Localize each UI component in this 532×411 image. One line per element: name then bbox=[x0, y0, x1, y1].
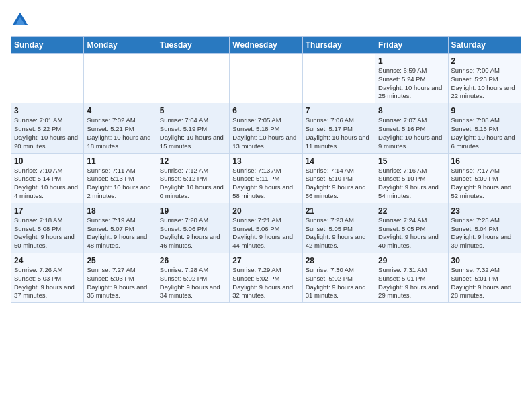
calendar-cell: 26Sunrise: 7:28 AM Sunset: 5:02 PM Dayli… bbox=[157, 253, 229, 303]
week-row-3: 10Sunrise: 7:10 AM Sunset: 5:14 PM Dayli… bbox=[11, 153, 521, 203]
calendar-cell: 15Sunrise: 7:16 AM Sunset: 5:10 PM Dayli… bbox=[375, 153, 448, 203]
day-number: 8 bbox=[378, 106, 445, 116]
logo bbox=[11, 11, 32, 30]
calendar-cell: 22Sunrise: 7:24 AM Sunset: 5:05 PM Dayli… bbox=[375, 203, 448, 253]
col-header-thursday: Thursday bbox=[302, 37, 375, 54]
day-number: 19 bbox=[160, 206, 226, 216]
day-info: Sunrise: 7:19 AM Sunset: 5:07 PM Dayligh… bbox=[87, 216, 153, 250]
day-info: Sunrise: 7:31 AM Sunset: 5:01 PM Dayligh… bbox=[378, 266, 445, 300]
day-number: 14 bbox=[306, 156, 372, 166]
calendar-cell: 29Sunrise: 7:31 AM Sunset: 5:01 PM Dayli… bbox=[375, 253, 448, 303]
calendar-cell: 6Sunrise: 7:05 AM Sunset: 5:18 PM Daylig… bbox=[230, 103, 302, 153]
col-header-saturday: Saturday bbox=[448, 37, 521, 54]
day-number: 16 bbox=[451, 156, 518, 166]
day-info: Sunrise: 7:28 AM Sunset: 5:02 PM Dayligh… bbox=[160, 266, 226, 300]
day-info: Sunrise: 7:27 AM Sunset: 5:03 PM Dayligh… bbox=[87, 266, 153, 300]
calendar-cell: 24Sunrise: 7:26 AM Sunset: 5:03 PM Dayli… bbox=[11, 253, 84, 303]
calendar-cell: 8Sunrise: 7:07 AM Sunset: 5:16 PM Daylig… bbox=[375, 103, 448, 153]
calendar-cell: 16Sunrise: 7:17 AM Sunset: 5:09 PM Dayli… bbox=[448, 153, 521, 203]
calendar-cell bbox=[11, 54, 84, 103]
day-number: 22 bbox=[378, 206, 445, 216]
day-info: Sunrise: 7:24 AM Sunset: 5:05 PM Dayligh… bbox=[378, 216, 445, 250]
calendar-cell bbox=[157, 54, 229, 103]
day-info: Sunrise: 7:07 AM Sunset: 5:16 PM Dayligh… bbox=[378, 116, 445, 150]
day-info: Sunrise: 7:01 AM Sunset: 5:22 PM Dayligh… bbox=[14, 116, 81, 150]
calendar-cell: 23Sunrise: 7:25 AM Sunset: 5:04 PM Dayli… bbox=[448, 203, 521, 253]
day-info: Sunrise: 7:20 AM Sunset: 5:06 PM Dayligh… bbox=[160, 216, 226, 250]
calendar-cell: 27Sunrise: 7:29 AM Sunset: 5:02 PM Dayli… bbox=[230, 253, 302, 303]
col-header-friday: Friday bbox=[375, 37, 448, 54]
calendar-cell: 14Sunrise: 7:14 AM Sunset: 5:10 PM Dayli… bbox=[302, 153, 375, 203]
calendar-cell: 11Sunrise: 7:11 AM Sunset: 5:13 PM Dayli… bbox=[84, 153, 157, 203]
day-info: Sunrise: 7:16 AM Sunset: 5:10 PM Dayligh… bbox=[378, 167, 445, 201]
calendar-cell: 12Sunrise: 7:12 AM Sunset: 5:12 PM Dayli… bbox=[157, 153, 229, 203]
day-info: Sunrise: 7:02 AM Sunset: 5:21 PM Dayligh… bbox=[87, 116, 153, 150]
day-number: 4 bbox=[87, 106, 153, 116]
day-info: Sunrise: 7:18 AM Sunset: 5:08 PM Dayligh… bbox=[14, 216, 81, 250]
day-number: 5 bbox=[160, 106, 226, 116]
calendar-cell: 20Sunrise: 7:21 AM Sunset: 5:06 PM Dayli… bbox=[230, 203, 302, 253]
day-info: Sunrise: 7:06 AM Sunset: 5:17 PM Dayligh… bbox=[306, 116, 372, 150]
day-number: 1 bbox=[378, 56, 445, 66]
day-number: 27 bbox=[232, 256, 299, 265]
col-header-monday: Monday bbox=[84, 37, 157, 54]
day-info: Sunrise: 7:25 AM Sunset: 5:04 PM Dayligh… bbox=[451, 216, 518, 250]
logo-icon bbox=[11, 11, 30, 30]
day-number: 17 bbox=[14, 206, 81, 216]
calendar-cell: 4Sunrise: 7:02 AM Sunset: 5:21 PM Daylig… bbox=[84, 103, 157, 153]
page: SundayMondayTuesdayWednesdayThursdayFrid… bbox=[0, 0, 532, 310]
day-number: 3 bbox=[14, 106, 81, 116]
day-info: Sunrise: 7:11 AM Sunset: 5:13 PM Dayligh… bbox=[87, 167, 153, 201]
day-number: 7 bbox=[306, 106, 372, 116]
calendar-cell: 2Sunrise: 7:00 AM Sunset: 5:23 PM Daylig… bbox=[448, 54, 521, 103]
calendar-cell: 1Sunrise: 6:59 AM Sunset: 5:24 PM Daylig… bbox=[375, 54, 448, 103]
calendar-cell: 21Sunrise: 7:23 AM Sunset: 5:05 PM Dayli… bbox=[302, 203, 375, 253]
day-number: 24 bbox=[14, 256, 81, 265]
calendar-table: SundayMondayTuesdayWednesdayThursdayFrid… bbox=[11, 36, 521, 303]
day-info: Sunrise: 6:59 AM Sunset: 5:24 PM Dayligh… bbox=[378, 66, 445, 101]
day-number: 20 bbox=[232, 206, 299, 216]
week-row-4: 17Sunrise: 7:18 AM Sunset: 5:08 PM Dayli… bbox=[11, 203, 521, 253]
day-info: Sunrise: 7:26 AM Sunset: 5:03 PM Dayligh… bbox=[14, 266, 81, 300]
day-info: Sunrise: 7:12 AM Sunset: 5:12 PM Dayligh… bbox=[160, 167, 226, 201]
day-info: Sunrise: 7:30 AM Sunset: 5:02 PM Dayligh… bbox=[306, 266, 372, 300]
day-info: Sunrise: 7:29 AM Sunset: 5:02 PM Dayligh… bbox=[232, 266, 299, 300]
header bbox=[11, 11, 521, 30]
day-number: 13 bbox=[232, 156, 299, 166]
calendar-cell: 17Sunrise: 7:18 AM Sunset: 5:08 PM Dayli… bbox=[11, 203, 84, 253]
day-number: 26 bbox=[160, 256, 226, 265]
day-number: 15 bbox=[378, 156, 445, 166]
week-row-5: 24Sunrise: 7:26 AM Sunset: 5:03 PM Dayli… bbox=[11, 253, 521, 303]
day-number: 23 bbox=[451, 206, 518, 216]
calendar-cell: 7Sunrise: 7:06 AM Sunset: 5:17 PM Daylig… bbox=[302, 103, 375, 153]
calendar-cell bbox=[84, 54, 157, 103]
day-info: Sunrise: 7:08 AM Sunset: 5:15 PM Dayligh… bbox=[451, 116, 518, 150]
calendar-cell: 3Sunrise: 7:01 AM Sunset: 5:22 PM Daylig… bbox=[11, 103, 84, 153]
day-number: 11 bbox=[87, 156, 153, 166]
day-number: 18 bbox=[87, 206, 153, 216]
day-number: 29 bbox=[378, 256, 445, 265]
calendar-cell: 30Sunrise: 7:32 AM Sunset: 5:01 PM Dayli… bbox=[448, 253, 521, 303]
day-number: 30 bbox=[451, 256, 518, 265]
calendar-cell: 25Sunrise: 7:27 AM Sunset: 5:03 PM Dayli… bbox=[84, 253, 157, 303]
day-info: Sunrise: 7:32 AM Sunset: 5:01 PM Dayligh… bbox=[451, 266, 518, 300]
col-header-wednesday: Wednesday bbox=[230, 37, 302, 54]
calendar-cell: 5Sunrise: 7:04 AM Sunset: 5:19 PM Daylig… bbox=[157, 103, 229, 153]
calendar-cell: 19Sunrise: 7:20 AM Sunset: 5:06 PM Dayli… bbox=[157, 203, 229, 253]
day-number: 28 bbox=[306, 256, 372, 265]
day-info: Sunrise: 7:17 AM Sunset: 5:09 PM Dayligh… bbox=[451, 167, 518, 201]
day-info: Sunrise: 7:00 AM Sunset: 5:23 PM Dayligh… bbox=[451, 66, 518, 101]
day-info: Sunrise: 7:21 AM Sunset: 5:06 PM Dayligh… bbox=[232, 216, 299, 250]
day-number: 6 bbox=[232, 106, 299, 116]
week-row-1: 1Sunrise: 6:59 AM Sunset: 5:24 PM Daylig… bbox=[11, 54, 521, 103]
calendar-cell bbox=[230, 54, 302, 103]
header-row: SundayMondayTuesdayWednesdayThursdayFrid… bbox=[11, 37, 521, 54]
day-number: 2 bbox=[451, 56, 518, 66]
calendar-cell bbox=[302, 54, 375, 103]
calendar-cell: 18Sunrise: 7:19 AM Sunset: 5:07 PM Dayli… bbox=[84, 203, 157, 253]
calendar-cell: 10Sunrise: 7:10 AM Sunset: 5:14 PM Dayli… bbox=[11, 153, 84, 203]
day-number: 21 bbox=[306, 206, 372, 216]
week-row-2: 3Sunrise: 7:01 AM Sunset: 5:22 PM Daylig… bbox=[11, 103, 521, 153]
day-number: 25 bbox=[87, 256, 153, 265]
day-number: 12 bbox=[160, 156, 226, 166]
